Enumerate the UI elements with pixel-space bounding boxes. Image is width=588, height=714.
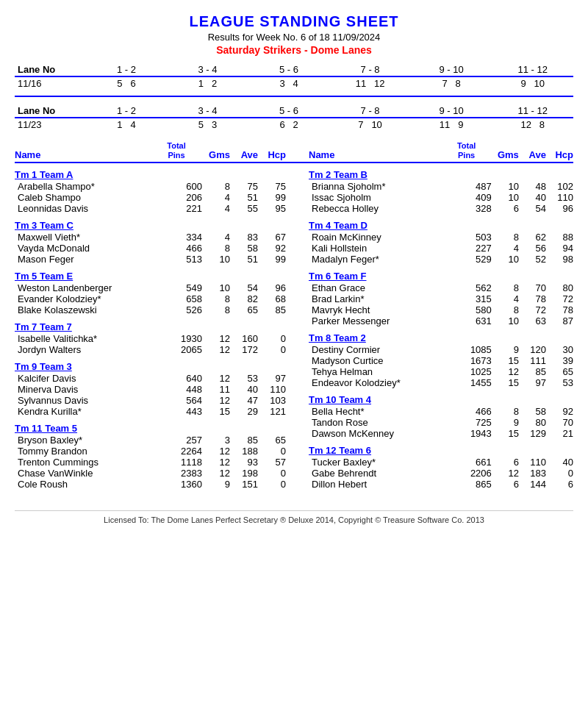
player-hcp: 97	[258, 373, 286, 384]
player-gms: 11	[202, 384, 230, 395]
player-row: Maxwell Vieth*33448367	[15, 232, 294, 243]
player-ave: 111	[519, 355, 546, 366]
player-name: Trenton Cummings	[15, 457, 151, 468]
player-ave: 120	[519, 344, 546, 355]
player-hcp: 75	[258, 181, 286, 192]
player-gms: 8	[492, 304, 519, 315]
player-pins: 1930	[151, 333, 202, 344]
player-name: Kendra Kurilla*	[15, 406, 151, 417]
player-ave: 58	[230, 243, 258, 254]
player-ave: 54	[519, 203, 546, 214]
team-name-tm10: Tm 10 Team 4	[309, 394, 573, 405]
player-hcp: 0	[258, 479, 286, 490]
player-pins: 513	[151, 254, 202, 265]
player-ave: 40	[519, 192, 546, 203]
player-gms: 8	[492, 232, 519, 243]
team-name-tm9: Tm 9 Team 3	[15, 361, 294, 372]
player-ave: 93	[230, 457, 258, 468]
player-pins: 466	[442, 406, 492, 417]
player-row: Tucker Baxley*661611040	[309, 457, 573, 468]
team-block-tm8: Tm 8 Team 2Destiny Cormier1085912030Mady…	[309, 332, 573, 388]
player-hcp: 40	[546, 457, 573, 468]
player-ave: 151	[230, 479, 258, 490]
left-hcp-header: Hcp	[258, 149, 286, 160]
player-pins: 503	[442, 232, 492, 243]
subtitle: Results for Week No. 6 of 18 11/09/2024	[15, 32, 573, 43]
player-name: Dillon Hebert	[309, 479, 442, 490]
player-gms: 8	[202, 181, 230, 192]
player-gms: 10	[492, 192, 519, 203]
left-gms-header: Gms	[202, 149, 230, 160]
player-name: Madyson Curtice	[309, 355, 442, 366]
player-row: Weston Landenberger549105496	[15, 282, 294, 293]
player-gms: 10	[492, 315, 519, 326]
player-row: Sylvannus Davis5641247103	[15, 395, 294, 406]
player-name: Sylvannus Davis	[15, 395, 151, 406]
player-hcp: 110	[546, 192, 573, 203]
player-gms: 9	[492, 344, 519, 355]
team-name-tm2: Tm 2 Team B	[309, 169, 573, 180]
player-name: Tandon Rose	[309, 417, 442, 428]
player-ave: 144	[519, 479, 546, 490]
player-name: Cole Roush	[15, 479, 151, 490]
player-name: Issac Sjoholm	[309, 192, 442, 203]
player-row: Roain McKinney50386288	[309, 232, 573, 243]
player-hcp: 87	[546, 315, 573, 326]
player-pins: 562	[442, 282, 492, 293]
right-ave-header: Ave	[519, 149, 546, 160]
player-ave: 85	[230, 435, 258, 446]
player-gms: 10	[492, 254, 519, 265]
player-row: Trenton Cummings1118129357	[15, 457, 294, 468]
player-gms: 15	[492, 377, 519, 388]
player-ave: 78	[519, 293, 546, 304]
player-pins: 725	[442, 417, 492, 428]
player-name: Tehya Helman	[309, 366, 442, 377]
player-ave: 183	[519, 468, 546, 479]
player-pins: 257	[151, 435, 202, 446]
player-gms: 6	[492, 457, 519, 468]
player-hcp: 92	[546, 406, 573, 417]
player-hcp: 98	[546, 254, 573, 265]
player-name: Tucker Baxley*	[309, 457, 442, 468]
player-row: Arabella Shampo*60087575	[15, 181, 294, 192]
player-name: Weston Landenberger	[15, 282, 151, 293]
player-pins: 600	[151, 181, 202, 192]
team-block-tm12: Tm 12 Team 6Tucker Baxley*661611040Gabe …	[309, 445, 573, 490]
player-name: Chase VanWinkle	[15, 468, 151, 479]
player-ave: 172	[230, 344, 258, 355]
footer: Licensed To: The Dome Lanes Perfect Secr…	[15, 510, 573, 524]
player-name: Madalyn Feger*	[309, 254, 442, 265]
player-name: Blake Kolaszewski	[15, 304, 151, 315]
page-title: LEAGUE STANDING SHEET	[15, 13, 573, 30]
league-name: Saturday Strikers - Dome Lanes	[15, 44, 573, 56]
player-ave: 160	[230, 333, 258, 344]
player-row: Tehya Helman1025128565	[309, 366, 573, 377]
player-pins: 328	[442, 203, 492, 214]
player-pins: 564	[151, 395, 202, 406]
player-name: Leonnidas Davis	[15, 203, 151, 214]
player-row: Mason Feger513105199	[15, 254, 294, 265]
player-pins: 1455	[442, 377, 492, 388]
player-row: Madalyn Feger*529105298	[309, 254, 573, 265]
player-hcp: 6	[546, 479, 573, 490]
player-row: Jordyn Walters2065121720	[15, 344, 294, 355]
player-hcp: 92	[258, 243, 286, 254]
player-row: Endeavor Kolodziey*1455159753	[309, 377, 573, 388]
player-gms: 15	[492, 355, 519, 366]
player-hcp: 0	[258, 446, 286, 457]
team-name-tm8: Tm 8 Team 2	[309, 332, 573, 343]
teams-content: Tm 1 Team AArabella Shampo*60087575Caleb…	[15, 166, 573, 496]
player-pins: 1943	[442, 428, 492, 439]
player-row: Chase VanWinkle2383121980	[15, 468, 294, 479]
player-ave: 72	[519, 304, 546, 315]
player-ave: 53	[230, 373, 258, 384]
lane-schedule-1: Lane No 1 - 2 3 - 4 5 - 6 7 - 8 9 - 10 1…	[15, 63, 573, 90]
player-gms: 8	[202, 243, 230, 254]
player-pins: 466	[151, 243, 202, 254]
player-name: Mason Feger	[15, 254, 151, 265]
player-hcp: 68	[258, 293, 286, 304]
player-hcp: 80	[546, 282, 573, 293]
player-row: Destiny Cormier1085912030	[309, 344, 573, 355]
player-pins: 487	[442, 181, 492, 192]
player-ave: 48	[519, 181, 546, 192]
